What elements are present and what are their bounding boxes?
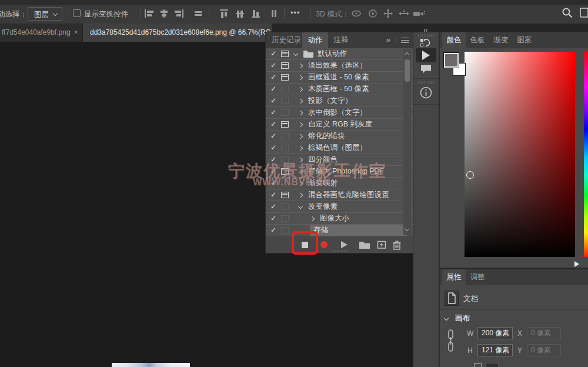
tab-notes[interactable]: 注释	[328, 32, 354, 48]
notes-panel-icon[interactable]	[420, 64, 432, 76]
dialog-toggle-icon[interactable]	[281, 51, 289, 57]
dialog-toggle-icon[interactable]	[281, 86, 289, 92]
begin-recording-button[interactable]	[320, 241, 328, 248]
action-row[interactable]: ✓渐变映射	[266, 178, 413, 189]
distribute-vertical-icon[interactable]	[269, 9, 279, 18]
drag-grip[interactable]	[418, 34, 434, 37]
dialog-toggle-icon[interactable]	[281, 215, 289, 222]
tab-gradients[interactable]: 渐变	[489, 32, 513, 48]
align-left-icon[interactable]	[144, 9, 155, 18]
action-row[interactable]: ✓熔化的铅块	[266, 131, 413, 142]
panel-overflow-icon[interactable]: »	[386, 35, 390, 44]
check-icon[interactable]: ✓	[270, 73, 276, 81]
dialog-toggle-icon[interactable]	[281, 98, 289, 104]
check-icon[interactable]: ✓	[270, 226, 276, 234]
check-icon[interactable]: ✓	[270, 85, 276, 93]
chevron-right-icon[interactable]	[298, 75, 303, 80]
hue-slider[interactable]	[584, 52, 588, 257]
check-icon[interactable]: ✓	[270, 167, 276, 175]
dialog-toggle-icon[interactable]	[281, 121, 289, 128]
foreground-color-swatch[interactable]	[443, 52, 459, 68]
action-row[interactable]: ✓存储	[266, 225, 413, 236]
action-row[interactable]: ✓水中倒影（文字）	[266, 107, 413, 119]
action-row[interactable]: ✓默认动作	[266, 48, 413, 60]
y-input[interactable]: 0 像素	[527, 344, 561, 356]
3d-orbit-icon[interactable]	[350, 9, 361, 18]
tab-adjustments[interactable]: 调整	[466, 269, 489, 285]
action-row[interactable]: ✓淡出效果（选区）	[266, 60, 413, 72]
3d-slide-icon[interactable]	[398, 9, 409, 18]
action-row[interactable]: ✓棕褐色调（图层）	[266, 142, 413, 154]
chevron-right-icon[interactable]	[298, 181, 303, 186]
chevron-right-icon[interactable]	[298, 99, 303, 104]
chevron-right-icon[interactable]	[298, 169, 303, 174]
width-input[interactable]: 200 像素	[477, 327, 513, 339]
action-row[interactable]: ✓混合器画笔克隆绘图设置	[266, 189, 413, 201]
dialog-toggle-icon[interactable]	[281, 203, 289, 210]
tab-swatches[interactable]: 色板	[466, 32, 489, 48]
panel-menu-icon[interactable]	[401, 38, 409, 43]
panel-resize-grip[interactable]	[332, 250, 348, 252]
selected-action[interactable]: 存储	[310, 225, 407, 236]
distribute-horizontal-icon[interactable]	[193, 9, 203, 18]
chevron-right-icon[interactable]	[310, 216, 315, 221]
dialog-toggle-icon[interactable]	[281, 168, 289, 175]
align-bottom-icon[interactable]	[251, 9, 262, 18]
tab-actions[interactable]: 动作	[302, 32, 328, 48]
dialog-toggle-icon[interactable]	[281, 156, 289, 163]
actions-scrollbar[interactable]	[403, 49, 411, 235]
actions-panel-icon[interactable]	[416, 48, 436, 62]
action-row[interactable]: ✓投影（文字）	[266, 95, 413, 107]
check-icon[interactable]: ✓	[270, 96, 276, 105]
action-row[interactable]: ✓四分颜色	[266, 154, 413, 166]
hue-slider-pointer-icon[interactable]	[574, 261, 579, 267]
chevron-right-icon[interactable]	[298, 64, 303, 68]
align-center-horizontal-icon[interactable]	[159, 9, 169, 18]
new-action-icon[interactable]	[377, 241, 386, 252]
action-row[interactable]: ✓木质画框 - 50 像素	[266, 84, 413, 95]
tab-history[interactable]: 历史记录	[270, 32, 302, 48]
align-middle-vertical-icon[interactable]	[235, 9, 246, 18]
action-row[interactable]: ✓改变像素	[266, 201, 413, 213]
check-icon[interactable]: ✓	[270, 120, 276, 128]
check-icon[interactable]: ✓	[270, 202, 276, 211]
scroll-down-icon[interactable]	[405, 226, 409, 231]
3d-pan-icon[interactable]	[382, 9, 393, 18]
chevron-right-icon[interactable]	[298, 193, 303, 198]
check-icon[interactable]: ✓	[270, 191, 276, 199]
check-icon[interactable]: ✓	[270, 132, 276, 140]
dialog-toggle-icon[interactable]	[281, 109, 289, 116]
check-icon[interactable]: ✓	[270, 61, 276, 69]
tab-patterns[interactable]: 图案	[513, 32, 536, 48]
tab-properties[interactable]: 属性	[442, 269, 466, 285]
saturation-brightness-field[interactable]	[465, 52, 575, 257]
dialog-toggle-icon[interactable]	[281, 180, 289, 186]
height-input[interactable]: 121 像素	[477, 344, 513, 356]
workspace-layout-icon[interactable]	[580, 7, 588, 19]
action-row[interactable]: ✓画框通道 - 50 像素	[266, 72, 413, 84]
chevron-right-icon[interactable]	[298, 122, 303, 127]
document-tab-inactive[interactable]: ff7d54e040afe9bf.png ×	[0, 24, 82, 42]
document-tab-active[interactable]: dd3a785425d41d675bc2d031e608ef6e.png @ 6…	[83, 24, 272, 42]
tab-color[interactable]: 颜色	[442, 32, 466, 48]
action-row[interactable]: ✓存储为 Photoshop PDF	[266, 166, 413, 178]
3d-roll-icon[interactable]	[367, 9, 377, 18]
chevron-down-icon[interactable]	[444, 316, 449, 321]
layer-select-dropdown[interactable]: 图层	[28, 7, 62, 21]
dialog-toggle-icon[interactable]	[281, 227, 289, 233]
check-icon[interactable]: ✓	[270, 144, 276, 152]
chevron-right-icon[interactable]	[298, 158, 303, 162]
chevron-right-icon[interactable]	[298, 87, 303, 92]
more-options-icon[interactable]: •••	[290, 8, 300, 17]
chevron-down-icon[interactable]	[293, 51, 298, 56]
info-panel-icon[interactable]	[420, 86, 432, 101]
check-icon[interactable]: ✓	[270, 214, 276, 222]
close-icon[interactable]: ×	[74, 28, 78, 36]
chevron-down-icon[interactable]	[298, 204, 303, 209]
dialog-toggle-icon[interactable]	[281, 192, 289, 198]
align-top-icon[interactable]	[219, 9, 230, 18]
3d-camera-icon[interactable]	[413, 9, 423, 18]
dialog-toggle-icon[interactable]	[281, 74, 289, 81]
action-row[interactable]: ✓图像大小	[266, 213, 413, 225]
chevron-right-icon[interactable]	[298, 146, 303, 151]
